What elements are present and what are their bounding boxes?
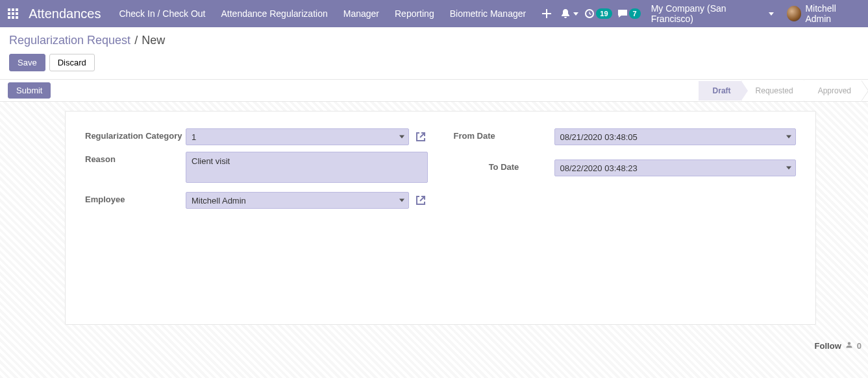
svg-rect-6: [8, 16, 10, 19]
field-from-date[interactable]: 08/21/2020 03:48:05: [554, 128, 797, 145]
discard-button[interactable]: Discard: [49, 54, 95, 71]
chevron-down-icon: [399, 136, 404, 139]
company-name: My Company (San Francisco): [651, 3, 763, 24]
messages-badge: 7: [629, 8, 641, 19]
control-bar: Regularization Request / New Save Discar…: [0, 27, 868, 80]
bell-icon[interactable]: [558, 8, 580, 19]
label-employee: Employee: [85, 192, 186, 204]
submit-button[interactable]: Submit: [8, 82, 51, 99]
value-reason: Client visit: [192, 156, 230, 166]
followers-count: 0: [857, 341, 862, 351]
value-regularization-category: 1: [192, 132, 196, 142]
followers-icon[interactable]: [845, 341, 853, 351]
svg-rect-1: [12, 8, 14, 11]
svg-rect-4: [12, 12, 14, 15]
svg-rect-0: [8, 8, 10, 11]
value-employee: Mitchell Admin: [192, 196, 246, 206]
svg-rect-2: [16, 8, 18, 11]
company-selector[interactable]: My Company (San Francisco): [645, 3, 780, 24]
breadcrumb: Regularization Request / New: [9, 34, 859, 47]
stage-approved[interactable]: Approved: [804, 81, 862, 100]
user-name: Mitchell Admin: [805, 3, 860, 24]
field-regularization-category[interactable]: 1: [186, 128, 409, 145]
stage-requested[interactable]: Requested: [741, 81, 804, 100]
label-from-date: From Date: [454, 128, 554, 141]
messages-icon[interactable]: 7: [616, 8, 642, 19]
svg-rect-8: [16, 16, 18, 19]
external-link-icon[interactable]: [414, 193, 427, 207]
form-sheet: Regularization Category 1 Reason: [65, 111, 816, 325]
chevron-down-icon: [786, 167, 791, 170]
stage-bar: Submit Draft Requested Approved: [0, 80, 868, 102]
label-to-date: To Date: [454, 159, 554, 172]
breadcrumb-current: New: [142, 34, 165, 47]
field-reason[interactable]: Client visit: [186, 152, 428, 183]
chevron-down-icon: [786, 136, 791, 139]
external-link-icon[interactable]: [414, 130, 427, 144]
follow-bar: Follow 0: [815, 341, 862, 351]
avatar: [787, 6, 802, 21]
top-navbar: Attendances Check In / Check Out Attenda…: [0, 0, 868, 27]
label-reason: Reason: [85, 152, 186, 164]
activities-icon[interactable]: 19: [583, 8, 613, 19]
nav-manager[interactable]: Manager: [337, 8, 386, 19]
nav-reporting[interactable]: Reporting: [388, 8, 441, 19]
plus-icon[interactable]: [538, 8, 556, 19]
follow-button[interactable]: Follow: [815, 341, 841, 351]
chevron-down-icon: [399, 199, 404, 202]
activities-badge: 19: [596, 8, 612, 19]
field-employee[interactable]: Mitchell Admin: [186, 192, 409, 209]
nav-attendance-regularization[interactable]: Attendance Regularization: [214, 8, 334, 19]
value-to-date: 08/22/2020 03:48:23: [560, 163, 638, 173]
app-title[interactable]: Attendances: [29, 6, 101, 21]
label-regularization-category: Regularization Category: [85, 128, 186, 141]
user-menu[interactable]: Mitchell Admin: [783, 3, 864, 24]
field-to-date[interactable]: 08/22/2020 03:48:23: [554, 159, 797, 176]
breadcrumb-separator: /: [134, 34, 138, 47]
save-button[interactable]: Save: [9, 54, 45, 71]
status-stages: Draft Requested Approved: [699, 80, 862, 101]
nav-biometric-manager[interactable]: Biometric Manager: [443, 8, 533, 19]
value-from-date: 08/21/2020 03:48:05: [560, 132, 638, 142]
nav-checkin[interactable]: Check In / Check Out: [112, 8, 212, 19]
stage-draft[interactable]: Draft: [699, 81, 741, 100]
svg-rect-7: [12, 16, 14, 19]
svg-rect-5: [16, 12, 18, 15]
chevron-down-icon: [769, 12, 774, 16]
apps-icon[interactable]: [4, 4, 22, 23]
breadcrumb-parent[interactable]: Regularization Request: [9, 34, 130, 47]
svg-rect-3: [8, 12, 10, 15]
